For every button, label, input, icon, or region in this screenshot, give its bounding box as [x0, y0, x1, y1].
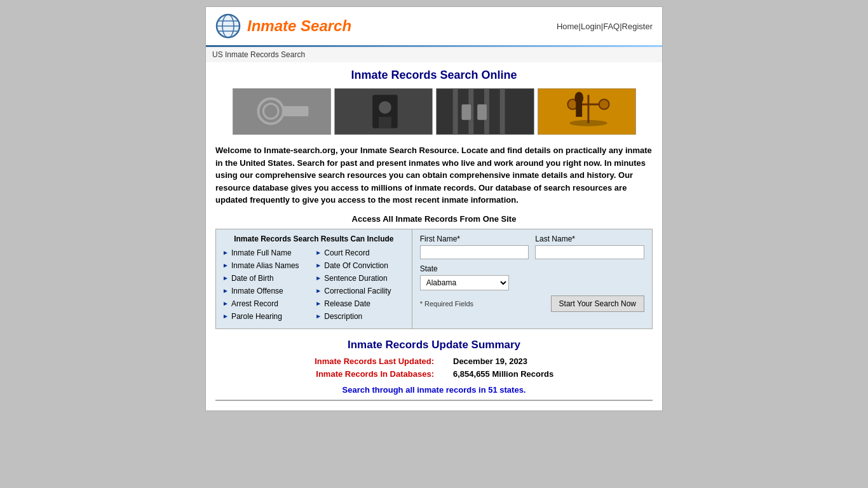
list-arrow-icon: ►: [315, 300, 322, 307]
search-area: Inmate Records Search Results Can Includ…: [215, 229, 653, 329]
last-name-input[interactable]: [535, 245, 644, 259]
svg-point-5: [217, 15, 240, 37]
nav-links: Home|Login|FAQ|Register: [557, 22, 653, 31]
list-item: ►Inmate Offense: [222, 287, 312, 295]
svg-point-12: [379, 101, 391, 114]
site-title: Inmate Search: [247, 17, 351, 35]
list-arrow-icon: ►: [222, 274, 229, 281]
list-arrow-icon: ►: [315, 262, 322, 269]
state-records-table: [215, 400, 653, 401]
search-all-link[interactable]: Search through all inmate records in 51 …: [215, 385, 653, 395]
svg-rect-6: [233, 88, 330, 134]
hero-image-4: [538, 88, 636, 135]
access-heading: Access All Inmate Records From One Site: [215, 214, 653, 224]
list-arrow-icon: ►: [315, 249, 322, 256]
search-results-list: ►Inmate Full Name►Court Record►Inmate Al…: [222, 248, 405, 323]
svg-rect-9: [283, 106, 308, 116]
images-row: [215, 88, 653, 135]
list-arrow-icon: ►: [315, 313, 322, 320]
globe-icon: [215, 13, 241, 39]
update-heading: Inmate Records Update Summary: [215, 339, 653, 351]
last-updated-row: Inmate Records Last Updated: December 19…: [215, 356, 653, 366]
first-name-label: First Name*: [420, 234, 529, 243]
records-label: Inmate Records In Databases:: [288, 369, 434, 379]
hero-image-3: [436, 88, 534, 135]
list-arrow-icon: ►: [222, 249, 229, 256]
nav-login[interactable]: Login: [581, 22, 601, 31]
welcome-text: Welcome to Inmate-search.org, your Inmat…: [215, 144, 653, 207]
last-name-label: Last Name*: [535, 234, 644, 243]
nav-home[interactable]: Home: [557, 22, 579, 31]
list-arrow-icon: ►: [315, 274, 322, 281]
list-item: ►Arrest Record: [222, 299, 312, 308]
list-arrow-icon: ►: [222, 300, 229, 307]
name-row: First Name* Last Name*: [420, 234, 644, 259]
list-item: ►Inmate Full Name: [222, 248, 312, 257]
nav-faq[interactable]: FAQ: [603, 22, 620, 31]
left-panel: Inmate Records Search Results Can Includ…: [216, 229, 412, 329]
form-footer: * Required Fields Start Your Search Now: [420, 295, 644, 312]
breadcrumb: US Inmate Records Search: [206, 47, 662, 62]
search-all-anchor[interactable]: Search through all inmate records in 51 …: [342, 385, 526, 395]
svg-rect-21: [538, 88, 635, 134]
list-item: ►Inmate Alias Names: [222, 261, 312, 270]
first-name-input[interactable]: [420, 245, 529, 259]
hero-image-1: [233, 88, 331, 135]
svg-rect-13: [379, 117, 391, 128]
list-arrow-icon: ►: [222, 313, 229, 320]
search-button[interactable]: Start Your Search Now: [551, 295, 644, 312]
list-item: ►Release Date: [315, 299, 405, 308]
svg-point-26: [599, 99, 609, 109]
list-arrow-icon: ►: [222, 262, 229, 269]
state-label: State: [420, 264, 644, 273]
list-item: ►Parole Hearing: [222, 312, 312, 321]
state-group: State AlabamaAlaskaArizonaArkansasCalifo…: [420, 264, 644, 290]
list-item: ►Sentence Duration: [315, 274, 405, 283]
logo-area: Inmate Search: [215, 13, 351, 39]
main-content: Inmate Records Search Online: [206, 62, 662, 410]
records-row: Inmate Records In Databases: 6,854,655 M…: [215, 369, 653, 379]
site-header: Inmate Search Home|Login|FAQ|Register: [206, 7, 662, 45]
svg-rect-28: [576, 101, 582, 117]
hero-image-2: [334, 88, 433, 135]
svg-rect-19: [461, 104, 471, 120]
list-item: ►Correctional Facility: [315, 287, 405, 295]
records-value: 6,854,655 Million Records: [453, 369, 580, 379]
list-item: ►Date Of Conviction: [315, 261, 405, 270]
list-arrow-icon: ►: [222, 287, 229, 294]
last-updated-label: Inmate Records Last Updated:: [288, 356, 434, 366]
right-panel: First Name* Last Name* State AlabamaAlas…: [412, 229, 652, 329]
left-panel-title: Inmate Records Search Results Can Includ…: [222, 234, 405, 243]
list-item: ►Description: [315, 312, 405, 321]
update-summary: Inmate Records Update Summary Inmate Rec…: [215, 339, 653, 379]
last-updated-value: December 19, 2023: [453, 356, 580, 366]
list-item: ►Court Record: [315, 248, 405, 257]
list-item: ►Date of Birth: [222, 274, 312, 283]
required-note: * Required Fields: [420, 300, 473, 308]
list-arrow-icon: ►: [315, 287, 322, 294]
page-heading: Inmate Records Search Online: [215, 69, 653, 82]
nav-register[interactable]: Register: [622, 22, 653, 31]
first-name-group: First Name*: [420, 234, 529, 259]
last-name-group: Last Name*: [535, 234, 644, 259]
state-select[interactable]: AlabamaAlaskaArizonaArkansasCaliforniaCo…: [420, 275, 509, 290]
svg-rect-20: [477, 104, 487, 120]
